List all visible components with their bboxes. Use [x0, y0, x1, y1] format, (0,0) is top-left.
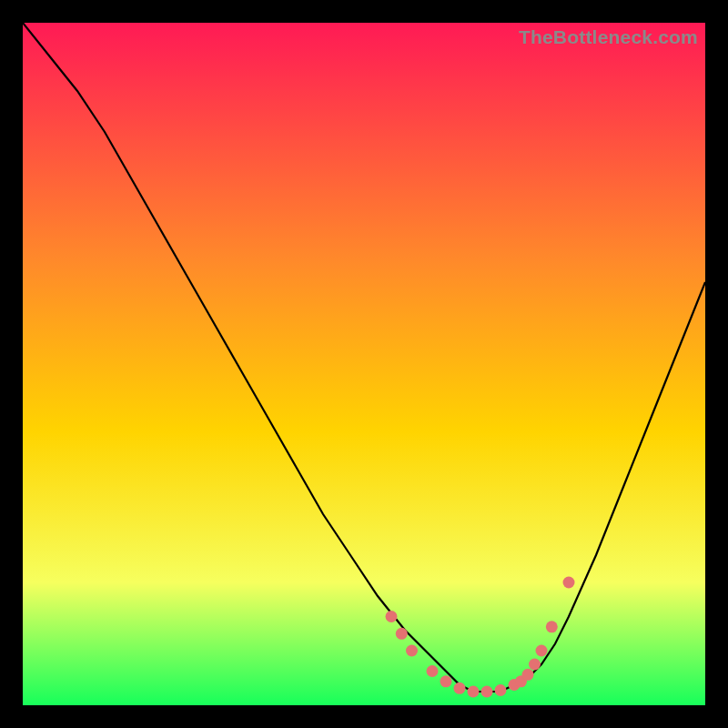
marker-point	[386, 611, 398, 622]
marker-point	[546, 621, 558, 632]
gradient-background	[23, 23, 705, 705]
marker-point	[481, 686, 493, 698]
marker-point	[427, 665, 439, 677]
marker-point	[468, 686, 480, 698]
chart-frame: TheBottleneck.com	[23, 23, 705, 705]
marker-point	[563, 577, 575, 589]
marker-point	[536, 645, 548, 657]
marker-point	[406, 645, 418, 657]
marker-point	[454, 682, 466, 694]
bottleneck-chart	[23, 23, 705, 705]
watermark-text: TheBottleneck.com	[519, 26, 698, 48]
marker-point	[522, 669, 534, 681]
marker-point	[440, 675, 452, 687]
marker-point	[529, 659, 541, 671]
marker-point	[495, 684, 507, 696]
marker-point	[396, 628, 408, 640]
